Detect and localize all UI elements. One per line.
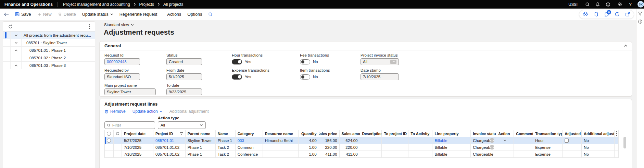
open-in-new-window-icon[interactable]: [625, 12, 630, 17]
col-category[interactable]: Category: [236, 130, 263, 137]
col-quantity[interactable]: Quantity: [299, 130, 319, 137]
cell-project-id-link[interactable]: 085701.01: [153, 137, 186, 144]
grid-refresh-icon[interactable]: [114, 130, 122, 137]
cell-resource-name[interactable]: [263, 151, 299, 157]
cell-description[interactable]: [360, 151, 382, 157]
col-name[interactable]: Name: [216, 130, 236, 137]
options-menu[interactable]: Options: [187, 12, 202, 17]
cell-description[interactable]: [360, 144, 382, 151]
cell-sales-amount[interactable]: 411.00: [340, 151, 360, 157]
breadcrumb-projects[interactable]: Projects: [139, 2, 154, 7]
status-value[interactable]: Created: [166, 58, 202, 65]
back-button[interactable]: [4, 12, 9, 16]
chevron-down-icon[interactable]: [11, 32, 22, 39]
chat-icon[interactable]: 0: [604, 12, 609, 17]
regenerate-request-button[interactable]: Regenerate request: [119, 12, 157, 17]
grid-scrollbar[interactable]: [623, 137, 626, 164]
grid-filter-box[interactable]: [104, 121, 155, 129]
chevron-up-icon[interactable]: [11, 62, 22, 69]
cell-invoice-status[interactable]: Chargeab: [471, 144, 496, 151]
update-status-menu[interactable]: Update status: [82, 12, 113, 17]
cell-line-property[interactable]: Billable: [432, 151, 471, 157]
delete-button[interactable]: Delete: [58, 12, 76, 17]
cell-adjusted-checkbox[interactable]: [563, 137, 582, 144]
additional-adjustment-button[interactable]: Additional adjustment: [169, 109, 209, 114]
chevron-down-icon[interactable]: [11, 39, 22, 46]
main-project-name-value[interactable]: Skyline Tower: [104, 88, 156, 95]
expense-transactions-toggle[interactable]: [232, 74, 242, 80]
item-transactions-toggle[interactable]: [300, 74, 310, 80]
cell-parent-name[interactable]: Skyline Tower: [186, 137, 216, 144]
cell-comment[interactable]: [514, 137, 533, 144]
search-icon[interactable]: [582, 0, 593, 9]
help-icon[interactable]: ?: [625, 0, 635, 9]
cell-additional-adjustment[interactable]: No: [582, 137, 615, 144]
lookup-ellipsis-icon[interactable]: [490, 138, 494, 143]
cell-name[interactable]: Task 2: [216, 151, 236, 157]
power-apps-icon[interactable]: [583, 12, 588, 17]
cell-sales-price[interactable]: 220.00: [319, 144, 340, 151]
cell-action[interactable]: [496, 151, 514, 157]
cell-to-activity[interactable]: [408, 144, 432, 151]
cell-additional-adjustment[interactable]: No: [582, 151, 615, 157]
lookup-ellipsis-icon[interactable]: [490, 145, 494, 149]
cell-category[interactable]: Conference: [236, 151, 263, 157]
col-sales-amount[interactable]: Sales amo...: [340, 130, 360, 137]
cell-adjusted[interactable]: [563, 144, 582, 151]
select-all-radio[interactable]: [105, 130, 114, 137]
filter-pane-icon[interactable]: [638, 11, 643, 16]
cell-adjusted[interactable]: [563, 151, 582, 157]
cell-resource-name[interactable]: Himanshu Sethi: [263, 137, 299, 144]
col-project-date[interactable]: Project date: [122, 130, 153, 137]
cell-additional-adjustment[interactable]: No: [582, 144, 615, 151]
col-line-property[interactable]: Line property: [432, 130, 471, 137]
chevron-up-icon[interactable]: [11, 47, 22, 54]
breadcrumb-all-projects[interactable]: All projects: [163, 2, 184, 7]
to-date-value[interactable]: 9/23/2025: [166, 88, 202, 95]
cell-parent-name[interactable]: Phase 1: [186, 151, 216, 157]
settings-gear-icon[interactable]: [615, 0, 625, 9]
cell-to-activity[interactable]: [408, 137, 432, 144]
cell-invoice-status[interactable]: Chargeable: [471, 151, 496, 157]
request-id-value[interactable]: 000002448: [104, 58, 140, 65]
cell-comment[interactable]: [514, 151, 533, 157]
fee-transactions-toggle[interactable]: [300, 59, 310, 64]
grid-row-3[interactable]: 7/10/2025 085701.01.02 Phase 1 Task 2 Co…: [105, 151, 619, 158]
cell-to-project-id[interactable]: [382, 144, 408, 151]
cell-transaction-type[interactable]: Expense: [533, 151, 563, 157]
cell-line-property-link[interactable]: Billable: [432, 137, 471, 144]
save-button[interactable]: Save: [15, 12, 31, 17]
cell-project-date[interactable]: 7/10/2025: [122, 144, 153, 151]
view-selector[interactable]: Standard view: [104, 23, 134, 27]
col-invoice-status[interactable]: Invoice status: [471, 130, 496, 137]
new-button[interactable]: New: [37, 12, 52, 17]
col-parent-name[interactable]: Parent name: [186, 130, 216, 137]
from-date-value[interactable]: 5/1/2025: [166, 73, 202, 80]
tree-item-skyline-tower[interactable]: 085701 : Skyline Tower: [3, 39, 95, 47]
cell-project-id[interactable]: 085701.01.02: [153, 144, 186, 151]
grid-row-1[interactable]: 5/27/2025 085701.01 Skyline Tower Phase …: [105, 137, 619, 144]
user-avatar[interactable]: SK: [637, 1, 644, 8]
cell-sales-amount[interactable]: 624.00: [340, 137, 360, 144]
cell-name[interactable]: Phase 1: [216, 137, 236, 144]
cell-line-property[interactable]: Billable: [432, 144, 471, 151]
office-apps-icon[interactable]: [594, 12, 598, 17]
collapse-section-icon[interactable]: [624, 44, 628, 48]
cell-description[interactable]: [360, 137, 382, 144]
actionbar-search-icon[interactable]: [208, 12, 213, 16]
cell-transaction-type[interactable]: Expense: [533, 144, 563, 151]
app-brand[interactable]: Finance and Operations: [4, 2, 53, 7]
filter-input[interactable]: [112, 123, 150, 127]
info-pane-icon[interactable]: [638, 19, 643, 24]
col-resource-name[interactable]: Resource name: [263, 130, 299, 137]
tree-refresh-icon[interactable]: [3, 22, 18, 31]
cell-category[interactable]: Common: [236, 144, 263, 151]
row-radio-cell[interactable]: [105, 144, 114, 151]
tree-item-phase-1[interactable]: 085701.01 : Phase 1: [3, 47, 95, 54]
cell-category-link[interactable]: 003: [236, 137, 263, 144]
date-stamp-value[interactable]: 7/10/2025: [361, 73, 399, 80]
project-invoice-status-value[interactable]: All: [361, 58, 399, 65]
grid-row-2[interactable]: 7/10/2025 085701.01.02 Phase 1 Task 2 Co…: [105, 144, 619, 151]
cell-invoice-status[interactable]: Chargeab: [471, 137, 496, 144]
update-action-menu[interactable]: Update action: [132, 109, 163, 114]
